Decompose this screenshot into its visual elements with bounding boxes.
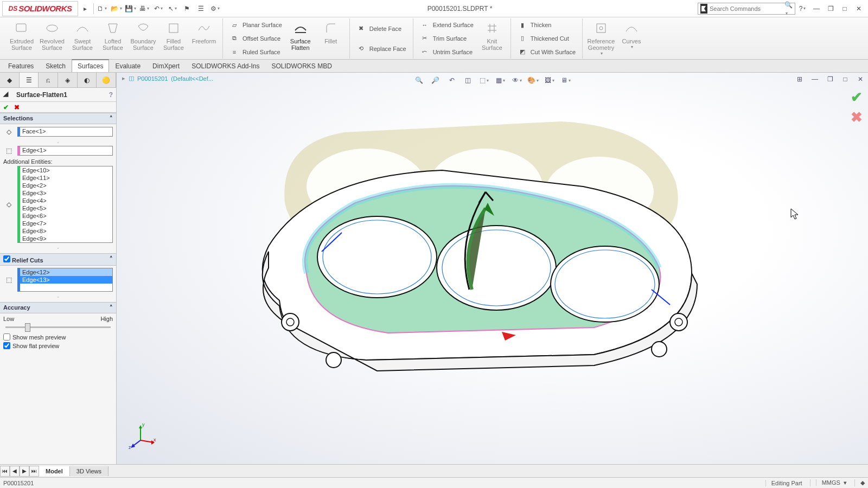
tab-surfaces[interactable]: Surfaces [72, 59, 109, 72]
section-relief-cuts[interactable]: Relief Cuts ˄ [0, 253, 116, 266]
display-style-icon[interactable]: ▦▾ [494, 74, 507, 87]
face-selection-list[interactable]: Face<1> [17, 127, 113, 137]
list-item[interactable]: Edge<12> [20, 268, 112, 276]
tab-evaluate[interactable]: Evaluate [109, 60, 146, 72]
apply-scene-icon[interactable]: 🖼▾ [543, 74, 556, 87]
print-icon[interactable]: 🖶▾ [137, 2, 151, 16]
untrim-surface-button[interactable]: ⤺Untrim Surface [417, 46, 477, 58]
thicken-button[interactable]: ▮Thicken [514, 19, 579, 31]
cut-with-surface-button[interactable]: ◩Cut With Surface [514, 46, 579, 58]
graphics-viewport[interactable]: ⊞ — ❐ □ ✕ ✔ ✖ ▸ ◫ P00015201 (Default<<De… [117, 73, 868, 464]
show-mesh-preview[interactable]: Show mesh preview [3, 333, 113, 341]
breadcrumb-arrow-icon[interactable]: ▸ [122, 75, 125, 82]
list-item[interactable]: Edge<13> [20, 276, 112, 284]
orientation-triad[interactable]: y x z [127, 421, 158, 451]
section-view-icon[interactable]: ◫ [462, 74, 475, 87]
list-item[interactable] [20, 284, 112, 291]
minimize-icon[interactable]: — [809, 2, 824, 16]
show-flat-preview[interactable]: Show flat preview [3, 342, 113, 349]
tab-mbd[interactable]: SOLIDWORKS MBD [266, 60, 338, 72]
section-accuracy[interactable]: Accuracy˄ [0, 302, 116, 313]
help-pin-icon[interactable]: ? [109, 91, 113, 99]
ruled-surface-button[interactable]: ≡Ruled Surface [226, 46, 285, 58]
filled-surface-button[interactable]: Filled Surface [158, 18, 189, 52]
curves-button[interactable]: Curves▾ [616, 18, 647, 50]
search-icon[interactable]: 🔍▾ [784, 1, 793, 16]
status-custom-icon[interactable]: ◆ [854, 479, 865, 486]
vp-minimize-icon[interactable]: — [808, 73, 821, 86]
breadcrumb[interactable]: ▸ ◫ P00015201 (Default<<Def... [122, 75, 213, 82]
viewport-accept-icon[interactable]: ✔ [851, 89, 863, 106]
maximize-icon[interactable]: □ [838, 2, 852, 16]
prev-view-icon[interactable]: ↶ [445, 74, 458, 87]
edge-selection-list[interactable]: Edge<1> [17, 146, 113, 156]
list-item[interactable]: Edge<8> [20, 227, 112, 235]
tab-nav-next-icon[interactable]: ▶ [20, 466, 29, 477]
accept-button[interactable]: ✔ [3, 104, 9, 111]
tab-features[interactable]: Features [2, 60, 40, 72]
freeform-button[interactable]: Freeform [189, 18, 219, 46]
offset-surface-button[interactable]: ⧉Offset Surface [226, 33, 285, 44]
fillet-button[interactable]: Fillet [316, 18, 346, 46]
list-item[interactable]: Edge<2> [20, 182, 112, 189]
search-input[interactable] [710, 5, 784, 12]
extend-surface-button[interactable]: ↔Extend Surface [417, 19, 477, 31]
breadcrumb-config[interactable]: (Default<<Def... [171, 75, 213, 82]
side-tab-display-icon[interactable]: ◐ [78, 73, 97, 87]
tab-nav-prev-icon[interactable]: ◀ [10, 466, 20, 477]
side-tab-feature-icon[interactable]: ◆ [0, 73, 20, 87]
logo-expand-icon[interactable]: ▸ [78, 2, 92, 16]
cancel-button[interactable]: ✖ [14, 104, 20, 111]
tab-dimxpert[interactable]: DimXpert [146, 60, 186, 72]
close-icon[interactable]: ✕ [852, 2, 866, 16]
relief-cuts-checkbox[interactable] [3, 255, 10, 262]
swept-surface-button[interactable]: Swept Surface [67, 18, 98, 52]
tab-nav-first-icon[interactable]: ⏮ [0, 466, 10, 477]
search-commands[interactable]: 🔍▾ [698, 3, 795, 15]
list-item[interactable]: Edge<1> [20, 146, 112, 154]
thickened-cut-button[interactable]: ▯Thickened Cut [514, 33, 579, 44]
status-units[interactable]: MMGS ▾ [810, 479, 847, 486]
surface-flatten-button[interactable]: Surface Flatten [285, 18, 316, 52]
view-settings-icon[interactable]: 🖥▾ [559, 74, 572, 87]
side-tab-appearance-icon[interactable]: 🟡 [97, 73, 116, 87]
list-item[interactable]: Edge<7> [20, 220, 112, 227]
side-tab-property-icon[interactable]: ☰ [20, 73, 39, 87]
accuracy-slider[interactable] [3, 322, 113, 332]
tab-sketch[interactable]: Sketch [40, 60, 72, 72]
planar-surface-button[interactable]: ▱Planar Surface [226, 19, 285, 31]
restore-icon[interactable]: ❐ [824, 2, 838, 16]
trim-surface-button[interactable]: ✂Trim Surface [417, 33, 477, 44]
additional-entities-list[interactable]: Edge<10>Edge<11>Edge<2>Edge<3>Edge<4>Edg… [17, 166, 113, 243]
delete-face-button[interactable]: ✖Delete Face [353, 23, 410, 35]
vp-restore-icon[interactable]: ❐ [824, 73, 837, 86]
select-icon[interactable]: ↖▾ [165, 2, 180, 16]
viewport-cancel-icon[interactable]: ✖ [851, 109, 863, 126]
relief-cuts-list[interactable]: Edge<12> Edge<13> [17, 268, 113, 292]
vp-tile-icon[interactable]: ⊞ [793, 73, 806, 86]
reference-geometry-button[interactable]: Reference Geometry▾ [586, 18, 616, 57]
lofted-surface-button[interactable]: Lofted Surface [98, 18, 128, 52]
options-list-icon[interactable]: ☰ [194, 2, 208, 16]
section-selections[interactable]: Selections˄ [0, 113, 116, 124]
view-orient-icon[interactable]: ⬚▾ [478, 74, 491, 87]
settings-icon[interactable]: ⚙▾ [208, 2, 222, 16]
extruded-surface-button[interactable]: Extruded Surface [7, 18, 37, 52]
vp-close-icon[interactable]: ✕ [854, 73, 867, 86]
zoom-fit-icon[interactable]: 🔍 [413, 74, 426, 87]
knit-surface-button[interactable]: Knit Surface [477, 18, 507, 52]
breadcrumb-doc[interactable]: P00015201 [137, 75, 168, 82]
list-item[interactable]: Edge<3> [20, 189, 112, 197]
open-doc-icon[interactable]: 📂▾ [109, 2, 123, 16]
save-icon[interactable]: 💾▾ [123, 2, 137, 16]
list-item[interactable]: Edge<10> [20, 166, 112, 174]
new-doc-icon[interactable]: 🗋▾ [95, 2, 109, 16]
replace-face-button[interactable]: ⟲Replace Face [353, 43, 410, 55]
boundary-surface-button[interactable]: Boundary Surface [128, 18, 158, 52]
list-item[interactable]: Edge<4> [20, 197, 112, 204]
revolved-surface-button[interactable]: Revolved Surface [37, 18, 67, 52]
list-item[interactable]: Edge<9> [20, 235, 112, 242]
side-tab-config-icon[interactable]: ⎌ [39, 73, 58, 87]
edit-appearance-icon[interactable]: 🎨▾ [527, 74, 540, 87]
undo-icon[interactable]: ↶▾ [151, 2, 165, 16]
